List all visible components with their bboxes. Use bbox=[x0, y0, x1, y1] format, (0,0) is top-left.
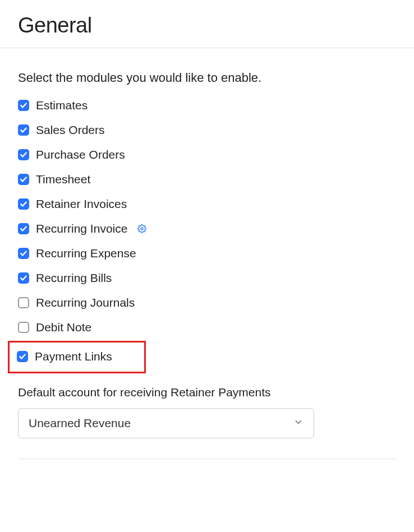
gear-icon[interactable] bbox=[137, 224, 146, 233]
module-row: Recurring Journals bbox=[18, 296, 396, 309]
modules-list: EstimatesSales OrdersPurchase OrdersTime… bbox=[18, 99, 396, 368]
content-area: Select the modules you would like to ena… bbox=[0, 48, 414, 477]
module-label[interactable]: Debit Note bbox=[36, 321, 91, 334]
module-checkbox[interactable] bbox=[18, 322, 29, 333]
bottom-divider bbox=[18, 459, 396, 459]
module-label[interactable]: Recurring Journals bbox=[36, 296, 135, 309]
module-label[interactable]: Estimates bbox=[36, 99, 88, 112]
modules-heading: Select the modules you would like to ena… bbox=[18, 71, 396, 85]
module-row: Recurring Invoice bbox=[18, 222, 396, 235]
module-row: Retainer Invoices bbox=[18, 197, 396, 211]
module-row: Sales Orders bbox=[18, 123, 396, 137]
module-checkbox[interactable] bbox=[18, 149, 29, 160]
module-checkbox[interactable] bbox=[18, 174, 29, 185]
module-checkbox[interactable] bbox=[17, 351, 28, 362]
default-account-label: Default account for receiving Retainer P… bbox=[18, 386, 396, 399]
module-label[interactable]: Recurring Bills bbox=[36, 271, 112, 285]
module-row: Timesheet bbox=[18, 173, 396, 186]
module-label[interactable]: Recurring Expense bbox=[36, 247, 136, 260]
default-account-select[interactable]: Unearned Revenue bbox=[18, 408, 314, 438]
module-checkbox[interactable] bbox=[18, 297, 29, 308]
module-label[interactable]: Recurring Invoice bbox=[36, 222, 127, 235]
module-label[interactable]: Timesheet bbox=[36, 173, 90, 186]
svg-point-0 bbox=[141, 228, 143, 230]
module-label[interactable]: Retainer Invoices bbox=[36, 197, 127, 211]
module-checkbox[interactable] bbox=[18, 223, 29, 234]
module-row: Recurring Bills bbox=[18, 271, 396, 285]
module-checkbox[interactable] bbox=[18, 272, 29, 284]
module-row: Debit Note bbox=[18, 321, 396, 334]
module-label[interactable]: Payment Links bbox=[35, 350, 112, 363]
module-row: Payment Links bbox=[13, 345, 154, 368]
module-label[interactable]: Sales Orders bbox=[36, 123, 105, 137]
module-label[interactable]: Purchase Orders bbox=[36, 148, 125, 161]
module-checkbox[interactable] bbox=[18, 124, 29, 136]
page-title: General bbox=[0, 0, 414, 48]
module-row: Purchase Orders bbox=[18, 148, 396, 161]
module-checkbox[interactable] bbox=[18, 198, 29, 210]
module-row: Recurring Expense bbox=[18, 247, 396, 260]
module-checkbox[interactable] bbox=[18, 248, 29, 259]
chevron-down-icon bbox=[293, 417, 303, 429]
module-checkbox[interactable] bbox=[18, 100, 29, 111]
select-value: Unearned Revenue bbox=[29, 417, 131, 430]
module-row: Estimates bbox=[18, 99, 396, 112]
